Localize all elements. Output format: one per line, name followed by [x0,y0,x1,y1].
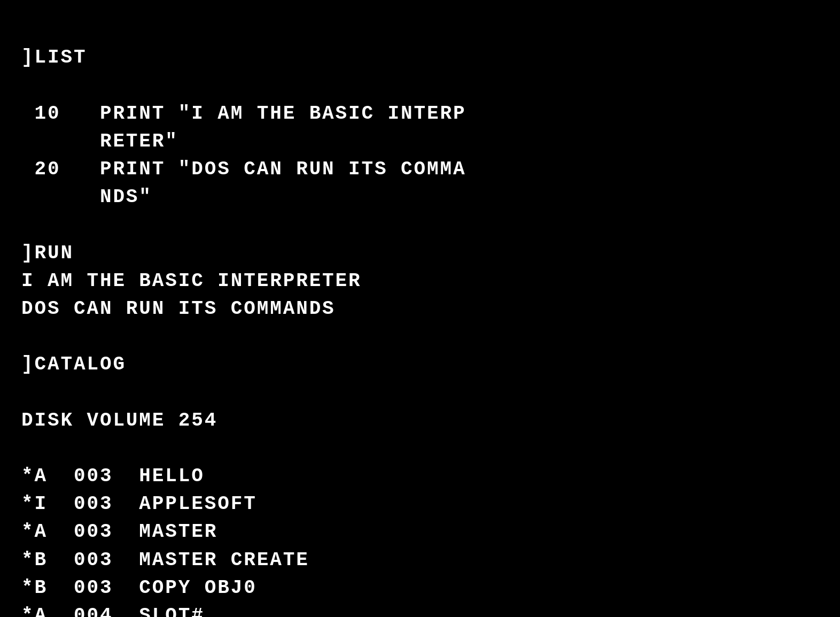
line-file-3: *A 003 MASTER [21,518,819,546]
line-10-print-2: RETER" [21,128,819,156]
line-file-4: *B 003 MASTER CREATE [21,546,819,574]
terminal-screen: ]LIST 10 PRINT "I AM THE BASIC INTERP RE… [21,16,819,617]
blank-5 [21,435,819,462]
line-20-print-2: NDS" [21,183,819,211]
line-file-2: *I 003 APPLESOFT [21,490,819,518]
blank-3 [21,323,819,351]
line-catalog-cmd: ]CATALOG [21,351,819,379]
line-run-cmd: ]RUN [21,240,819,267]
line-disk-volume: DISK VOLUME 254 [21,407,819,435]
line-file-1: *A 003 HELLO [21,462,819,490]
line-10-print-1: 10 PRINT "I AM THE BASIC INTERP [21,100,819,128]
line-20-print-1: 20 PRINT "DOS CAN RUN ITS COMMA [21,156,819,183]
blank-2 [21,211,819,239]
blank-1 [21,72,819,99]
line-file-6: *A 004 SLOT# [21,602,819,617]
line-file-5: *B 003 COPY OBJ0 [21,574,819,602]
line-list-cmd: ]LIST [21,44,819,72]
line-output-2: DOS CAN RUN ITS COMMANDS [21,295,819,323]
line-output-1: I AM THE BASIC INTERPRETER [21,267,819,295]
blank-4 [21,379,819,406]
